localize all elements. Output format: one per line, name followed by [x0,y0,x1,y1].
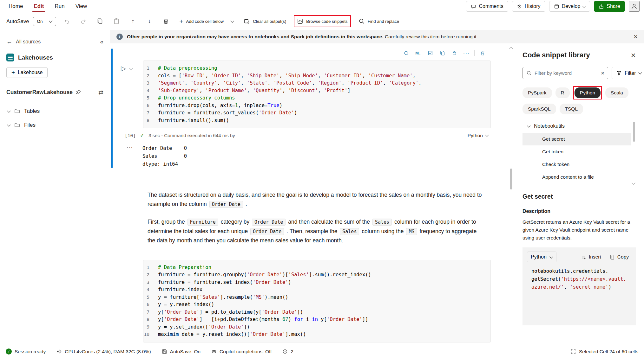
banner-close-button[interactable]: × [634,33,638,41]
insert-snippet-button[interactable]: Insert [578,252,604,262]
snippet-item-get-secret[interactable]: Get secret [522,133,631,145]
notebook-scrollbar[interactable] [509,43,514,345]
copilot-status-label: Copilot completions: Off [220,349,272,355]
refresh-cell-icon[interactable] [401,48,411,57]
move-cell-up-button[interactable]: ↑ [127,16,139,27]
redo-icon [80,18,87,24]
snippet-tag-tsql[interactable]: TSQL [560,104,583,114]
chevron-down-icon[interactable] [7,123,10,126]
delete-cell-icon[interactable] [477,48,488,57]
menu-tab-edit[interactable]: Edit [28,0,49,12]
chevron-down-icon[interactable] [7,109,10,112]
run-cell-button[interactable]: ▷ [121,65,126,72]
folder-icon [14,122,20,128]
all-sources-label: All sources [16,39,41,45]
error-count[interactable]: 2 [282,349,293,355]
markdown-cell[interactable]: The dataset is structured on a daily bas… [148,190,485,245]
menu-tab-home[interactable]: Home [3,0,28,12]
snippet-tag-pyspark[interactable]: PySpark [522,87,552,98]
snippet-item-check-token[interactable]: Check token [522,158,631,171]
code-editor[interactable]: 1# Data Preparation2furniture = furnitur… [143,260,491,342]
undo-button[interactable] [61,16,73,27]
more-options-icon[interactable]: ··· [461,48,471,57]
run-options-chevron-icon[interactable] [129,66,133,70]
browse-code-snippets-button[interactable]: Browse code snippets [294,15,351,27]
convert-to-markdown-icon[interactable]: M↓ [413,48,423,57]
copy-snippet-button[interactable]: Copy [607,252,631,262]
error-count-label: 2 [291,349,293,355]
line-number: 3 [143,80,158,87]
duplicate-cell-icon[interactable] [437,48,447,57]
switch-lakehouse-button[interactable]: ⇄ [98,89,103,96]
resource-usage[interactable]: CPU 4vCores (2.4%), RAM 32G (8.0%) [56,349,151,355]
select-cell-icon[interactable] [425,48,435,57]
scrollbar-thumb[interactable] [510,169,512,189]
snippet-search-input[interactable] [535,70,598,76]
snippet-search-box[interactable]: × [522,67,608,79]
line-number: 5 [143,294,158,301]
paste-button[interactable] [111,16,122,27]
code-cell-2[interactable]: 1# Data Preparation2furniture = furnitur… [110,260,491,345]
autosave-status[interactable]: AutoSave: On [162,349,201,355]
chevron-down-icon [485,133,489,137]
share-button[interactable]: Share [594,1,625,12]
clear-all-outputs-button[interactable]: Clear all output(s) [241,16,289,27]
history-button[interactable]: History [512,1,545,12]
pin-icon[interactable] [76,90,81,95]
copilot-status[interactable]: Copilot completions: Off [211,349,272,355]
snippet-tag-sparksql[interactable]: SparkSQL [522,104,556,114]
code-line: y = y.set_index(['Order Date']) [158,323,250,331]
lock-cell-icon[interactable] [449,48,459,57]
move-cell-down-button[interactable]: ↓ [144,16,155,27]
copy-button[interactable] [94,16,106,27]
code-line: furniture = furniture.set_index('Order D… [158,279,291,286]
scroll-up-icon[interactable] [509,47,513,50]
filter-button[interactable]: Filter [612,67,644,79]
add-lakehouse-button[interactable]: + Lakehouse [6,67,48,78]
scroll-down-icon[interactable] [632,181,635,184]
autosave-control: AutoSave On [6,17,56,26]
comments-label: Comments [479,3,503,9]
sidebar-item-label: Tables [24,108,40,114]
panel-close-button[interactable]: × [631,52,636,58]
snippet-language-selector[interactable]: Python [527,252,556,262]
all-sources-back-button[interactable]: ← All sources [6,38,41,45]
code-line: y['Order Date'] = [i+pd.DateOffset(month… [158,316,368,323]
filter-icon [616,70,622,76]
cell-language-selector[interactable]: Python [468,133,488,138]
share-icon [599,4,604,9]
menu-tab-run[interactable]: Run [49,0,70,12]
cell-gutter: ▷ [110,61,143,128]
clear-search-icon[interactable]: × [601,70,604,77]
history-label: History [525,3,541,9]
snippet-item-append-content-to-a-file[interactable]: Append content to a file [522,171,631,183]
add-code-cell-button[interactable]: + Add code cell below [177,16,236,26]
code-line: furniture = furniture.groupby('Order Dat… [158,271,371,279]
sidebar-item-tables[interactable]: Tables [6,104,103,118]
delete-cell-button[interactable] [160,16,172,27]
snippet-tag-python[interactable]: Python [575,87,601,98]
code-line: furniture.index [158,286,202,294]
filter-label: Filter [625,70,636,76]
comments-button[interactable]: Comments [466,1,508,12]
code-cell-1[interactable]: M↓ ··· ▷ [110,48,491,168]
divider [474,50,475,56]
line-number: 8 [143,316,158,323]
autosave-toggle[interactable]: On [33,17,56,26]
menu-tab-view[interactable]: View [70,0,93,12]
snippet-tag-r[interactable]: R [555,87,570,98]
snippet-tree-group[interactable]: Notebookutils [522,121,631,133]
code-editor[interactable]: 1# Data preprocessing2cols = ['Row ID', … [143,61,491,128]
develop-button[interactable]: Develop [549,1,590,12]
account-button[interactable] [629,1,640,12]
snippet-tag-scala[interactable]: Scala [605,87,628,98]
find-and-replace-button[interactable]: Find and replace [356,16,402,27]
collapse-sidebar-button[interactable]: « [100,38,103,45]
plus-icon: + [11,70,15,75]
output-more-icon[interactable]: ··· [127,144,133,168]
redo-button[interactable] [78,16,89,27]
snippet-item-get-token[interactable]: Get token [522,145,631,158]
scrollbar-thumb[interactable] [633,122,635,142]
snippet-tree-scrollbar[interactable] [632,121,636,183]
sidebar-item-files[interactable]: Files [6,118,103,132]
